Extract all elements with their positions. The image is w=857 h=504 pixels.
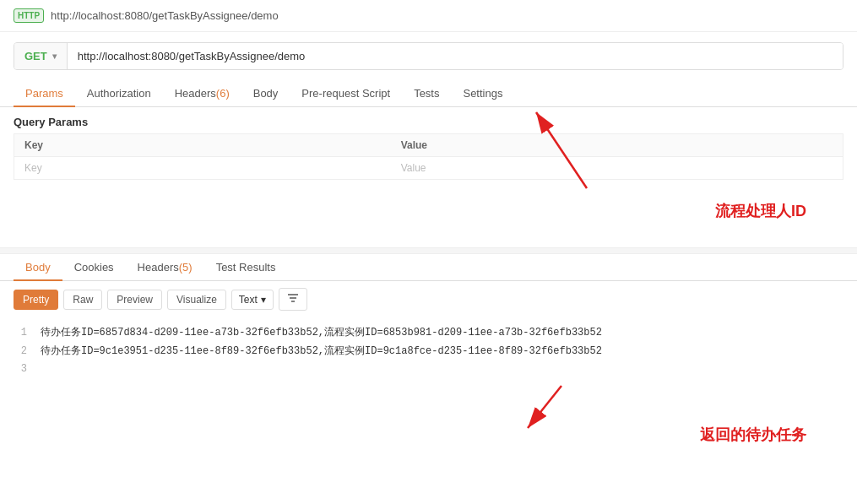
response-tab-test-results[interactable]: Test Results — [204, 254, 288, 280]
text-format-select[interactable]: Text ▾ — [231, 290, 274, 310]
request-bar: GET ▾ — [14, 42, 843, 70]
params-table: Key Value Key Value — [14, 133, 843, 180]
tab-body[interactable]: Body — [241, 80, 290, 106]
filter-icon-button[interactable] — [279, 288, 307, 311]
line-content-3 — [41, 360, 843, 379]
code-area: 1 待办任务ID=6857d834-d209-11ee-a73b-32f6efb… — [0, 317, 857, 386]
tab-tests[interactable]: Tests — [402, 80, 451, 106]
pretty-button[interactable]: Pretty — [14, 290, 58, 310]
visualize-button[interactable]: Visualize — [167, 290, 226, 310]
raw-button[interactable]: Raw — [63, 290, 102, 310]
key-column-header: Key — [14, 134, 391, 157]
annotation1-text: 流程处理人ID — [715, 201, 806, 221]
arrow-up-svg — [511, 95, 612, 197]
response-section: Body Cookies Headers(5) Test Results Pre… — [0, 254, 857, 453]
code-line-3: 3 — [14, 360, 843, 379]
text-format-chevron: ▾ — [261, 294, 266, 306]
http-badge: HTTP — [14, 8, 44, 23]
url-input[interactable] — [68, 43, 843, 69]
format-bar: Pretty Raw Preview Visualize Text ▾ — [0, 281, 857, 317]
title-url: http://localhost:8080/getTaskByAssignee/… — [51, 9, 279, 22]
section-divider — [0, 247, 857, 254]
code-line-2: 2 待办任务ID=9c1e3951-d235-11ee-8f89-32f6efb… — [14, 343, 843, 361]
text-format-label: Text — [239, 294, 258, 306]
value-column-header: Value — [391, 134, 843, 157]
svg-line-1 — [536, 112, 587, 188]
tab-params[interactable]: Params — [14, 80, 75, 106]
line-num-1: 1 — [14, 324, 27, 343]
response-tab-cookies[interactable]: Cookies — [62, 254, 126, 280]
line-num-3: 3 — [14, 360, 27, 379]
title-bar: HTTP http://localhost:8080/getTaskByAssi… — [0, 0, 857, 32]
tab-settings[interactable]: Settings — [451, 80, 514, 106]
code-line-1: 1 待办任务ID=6857d834-d209-11ee-a73b-32f6efb… — [14, 324, 843, 343]
response-tabs: Body Cookies Headers(5) Test Results — [0, 254, 857, 281]
arrow-down-svg — [511, 377, 595, 445]
query-params-label: Query Params — [0, 107, 857, 133]
value-cell[interactable]: Value — [391, 157, 843, 180]
line-num-2: 2 — [14, 343, 27, 361]
tab-authorization[interactable]: Authorization — [75, 80, 163, 106]
key-cell[interactable]: Key — [14, 157, 391, 180]
tab-pre-request-script[interactable]: Pre-request Script — [290, 80, 402, 106]
annotation2-text: 返回的待办任务 — [700, 425, 806, 445]
method-select[interactable]: GET ▾ — [14, 43, 68, 69]
request-tabs: Params Authorization Headers(6) Body Pre… — [0, 80, 857, 107]
table-row: Key Value — [14, 157, 843, 180]
line-content-1: 待办任务ID=6857d834-d209-11ee-a73b-32f6efb33… — [41, 324, 843, 343]
filter-icon — [286, 292, 300, 304]
response-tab-body[interactable]: Body — [14, 254, 62, 280]
preview-button[interactable]: Preview — [107, 290, 162, 310]
chevron-down-icon: ▾ — [52, 51, 57, 61]
line-content-2: 待办任务ID=9c1e3951-d235-11ee-8f89-32f6efb33… — [41, 343, 843, 361]
response-tab-headers[interactable]: Headers(5) — [126, 254, 204, 280]
tab-headers[interactable]: Headers(6) — [163, 80, 241, 106]
svg-line-6 — [528, 386, 561, 428]
method-label: GET — [24, 50, 47, 62]
